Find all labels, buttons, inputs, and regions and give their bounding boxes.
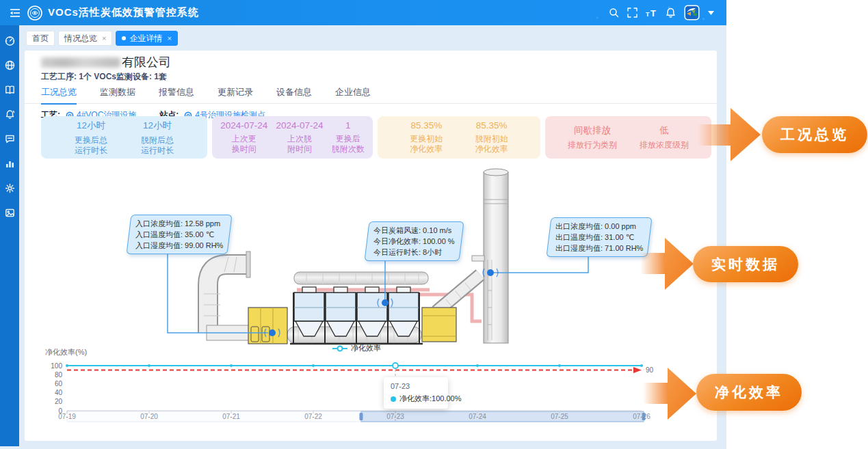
company-name-redacted bbox=[41, 57, 120, 68]
callout-line: 今日炭箱风速: 0.10 m/s bbox=[373, 225, 455, 236]
stat-label: 更换初始 净化效率 bbox=[410, 134, 443, 154]
svg-text:T: T bbox=[650, 8, 656, 18]
stat-value: 85.35% bbox=[410, 120, 443, 131]
tooltip-value: 净化效率:100.00% bbox=[399, 394, 461, 404]
detail-tabs: 工况总览监测数据报警信息更新记录设备信息企业信息 bbox=[25, 83, 717, 104]
sidebar-item-settings-gear[interactable] bbox=[3, 181, 16, 195]
efficiency-chart[interactable]: 净化效率(%) 净化效率 02040608010007-1907-2007-21… bbox=[41, 340, 670, 436]
header-actions: TT bbox=[609, 0, 714, 25]
stat-label: 上次更 换时间 bbox=[220, 134, 267, 154]
breadcrumb-label: 企业详情 bbox=[129, 33, 162, 44]
tab-企业信息[interactable]: 企业信息 bbox=[335, 83, 371, 103]
sidebar-item-monitor-globe[interactable] bbox=[3, 58, 16, 72]
search-icon[interactable] bbox=[609, 8, 619, 18]
tooltip-date: 07-23 bbox=[391, 382, 441, 390]
menu-collapse-icon[interactable] bbox=[7, 5, 23, 21]
fullscreen-icon[interactable] bbox=[627, 8, 637, 18]
svg-text:07-26: 07-26 bbox=[633, 413, 650, 420]
stat-value: 1 bbox=[332, 120, 365, 131]
sidebar-item-alarm-bell[interactable] bbox=[3, 107, 16, 121]
arrow-shaft bbox=[698, 124, 732, 146]
close-icon[interactable]: × bbox=[167, 34, 171, 42]
svg-text:40: 40 bbox=[55, 389, 63, 396]
datazoom-handle-left[interactable] bbox=[360, 413, 363, 420]
breadcrumb-label: 首页 bbox=[32, 33, 49, 44]
stat-label: 更换后总 运行时长 bbox=[75, 135, 107, 156]
svg-text:07-24: 07-24 bbox=[469, 413, 486, 420]
sidebar-item-dashboard[interactable] bbox=[3, 33, 16, 47]
highlighted-data-point[interactable] bbox=[393, 363, 398, 368]
svg-text:80: 80 bbox=[55, 371, 63, 379]
carbon-adsorber-unit bbox=[290, 287, 423, 344]
notification-bell-icon[interactable] bbox=[666, 8, 676, 18]
svg-text:20: 20 bbox=[55, 398, 63, 405]
callout-line: 今日净化效率: 100.00 % bbox=[373, 236, 455, 247]
svg-text:07-21: 07-21 bbox=[222, 413, 240, 420]
caret-down-icon[interactable] bbox=[708, 11, 714, 15]
tab-报警信息[interactable]: 报警信息 bbox=[159, 83, 194, 103]
font-size-icon[interactable]: TT bbox=[646, 8, 657, 18]
app-header: VOCs活性炭低效预警管控系统 TT bbox=[0, 0, 726, 25]
breadcrumb-tab[interactable]: 首页 bbox=[26, 31, 55, 46]
stat-item: 2024-07-24上次脱 附时间 bbox=[276, 120, 324, 154]
stat-card-purple: 2024-07-24上次更 换时间2024-07-24上次脱 附时间1更换后 脱… bbox=[212, 116, 373, 159]
stat-label: 上次脱 附时间 bbox=[276, 134, 324, 154]
annotation-label: 工况总览 bbox=[762, 116, 867, 153]
sidebar-item-statistics-chart[interactable] bbox=[3, 157, 16, 170]
close-icon[interactable]: × bbox=[102, 34, 106, 42]
stat-label: 更换后 脱附次数 bbox=[332, 134, 365, 154]
adsorber-manifold bbox=[294, 272, 428, 284]
stat-item: 12小时脱附后总 运行时长 bbox=[141, 120, 174, 156]
tab-工况总览[interactable]: 工况总览 bbox=[41, 83, 77, 103]
stat-value: 2024-07-24 bbox=[220, 120, 267, 131]
tab-监测数据[interactable]: 监测数据 bbox=[100, 83, 135, 103]
annotation-label: 净化效率 bbox=[696, 374, 802, 411]
breadcrumb-tab[interactable]: 企业详情× bbox=[116, 31, 177, 46]
svg-text:T: T bbox=[646, 11, 650, 18]
fan-cabinet-right bbox=[422, 308, 456, 342]
chart-tooltip: 07-23 净化效率:100.00% bbox=[384, 377, 448, 409]
stat-item: 85.35%脱附初始 净化效率 bbox=[475, 120, 508, 154]
breadcrumb-tab[interactable]: 情况总览× bbox=[58, 31, 112, 46]
stat-item: 低排放浓度级别 bbox=[640, 124, 689, 150]
stat-item: 2024-07-24上次更 换时间 bbox=[220, 120, 267, 154]
avatar-icon[interactable] bbox=[684, 5, 700, 21]
active-dot-icon bbox=[122, 36, 126, 40]
carbon-box-data-callout: 今日炭箱风速: 0.10 m/s今日净化效率: 100.00 %今日运行时长: … bbox=[367, 221, 462, 261]
tab-设备信息[interactable]: 设备信息 bbox=[276, 83, 312, 103]
breadcrumb: 首页情况总览×企业详情× bbox=[26, 31, 178, 46]
callout-line: 今日运行时长: 8小时 bbox=[373, 247, 455, 258]
svg-text:60: 60 bbox=[55, 380, 63, 387]
app-logo bbox=[27, 5, 42, 21]
stat-value: 2024-07-24 bbox=[276, 120, 324, 131]
stat-label: 脱附后总 运行时长 bbox=[141, 135, 174, 156]
stat-item: 12小时更换后总 运行时长 bbox=[75, 120, 107, 156]
inlet-data-callout: 入口浓度均值: 12.58 ppm入口温度均值: 35.00 ℃入口湿度均值: … bbox=[129, 215, 230, 254]
annotation-label: 实时数据 bbox=[693, 246, 798, 282]
callout-line: 入口湿度均值: 99.00 RH% bbox=[135, 240, 223, 251]
callout-line: 入口浓度均值: 12.58 ppm bbox=[135, 218, 223, 229]
svg-text:07-22: 07-22 bbox=[304, 413, 322, 420]
sidebar-item-knowledge-book[interactable] bbox=[3, 83, 16, 96]
sidebar-item-gallery-image[interactable] bbox=[3, 206, 16, 219]
svg-text:100: 100 bbox=[51, 362, 62, 370]
stat-label: 排放浓度级别 bbox=[640, 140, 689, 150]
stat-cards-row: 12小时更换后总 运行时长12小时脱附后总 运行时长2024-07-24上次更 … bbox=[25, 116, 717, 160]
chart-plot-area[interactable]: 02040608010007-1907-2007-2107-2207-2307-… bbox=[41, 340, 670, 436]
arrow-shaft bbox=[643, 383, 669, 404]
breadcrumb-label: 情况总览 bbox=[64, 33, 97, 44]
app-title: VOCs活性炭低效预警管控系统 bbox=[48, 6, 199, 19]
company-name-suffix: 有限公司 bbox=[122, 54, 171, 70]
chimney-stack bbox=[472, 169, 508, 343]
stat-label: 排放行为类别 bbox=[568, 140, 617, 150]
sidebar-item-message-chat[interactable] bbox=[3, 132, 16, 146]
svg-text:07-19: 07-19 bbox=[58, 413, 76, 420]
outlet-data-callout: 出口浓度均值: 0.00 ppm出口温度均值: 31.00 ℃出口湿度均值: 7… bbox=[549, 217, 650, 257]
stat-value: 85.35% bbox=[475, 120, 508, 131]
stat-value: 12小时 bbox=[75, 120, 107, 132]
tab-更新记录[interactable]: 更新记录 bbox=[218, 83, 253, 103]
callout-line: 出口浓度均值: 0.00 ppm bbox=[555, 221, 643, 232]
stat-label: 脱附初始 净化效率 bbox=[475, 134, 508, 154]
stat-card-blue: 12小时更换后总 运行时长12小时脱附后总 运行时长 bbox=[41, 116, 207, 159]
stat-item: 85.35%更换初始 净化效率 bbox=[410, 120, 443, 154]
